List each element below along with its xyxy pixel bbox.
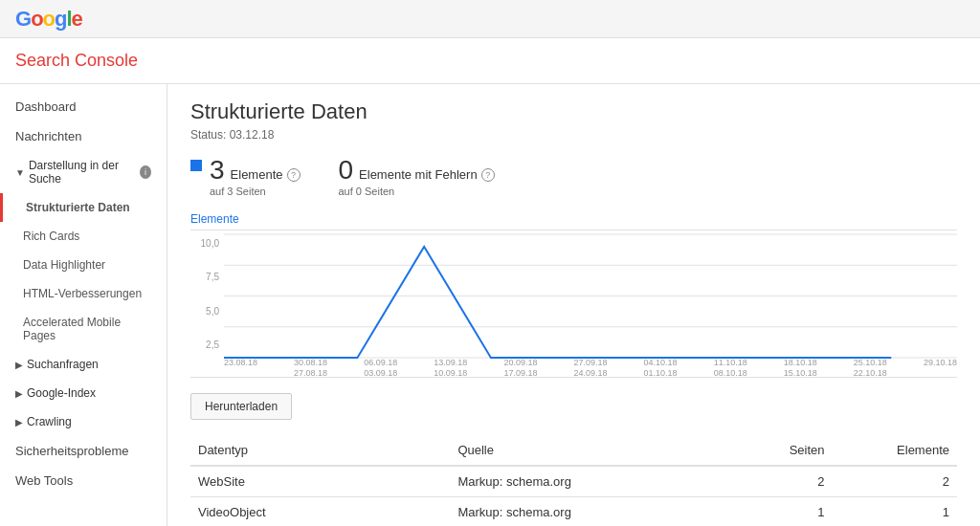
errors-number: 0 [339, 157, 354, 184]
collapse-arrow-2: ▶ [15, 360, 23, 370]
cell-0-2: 2 [739, 466, 832, 497]
sidebar-item-rich-cards[interactable]: Rich Cards [0, 222, 167, 251]
errors-info-icon[interactable]: ? [481, 168, 495, 182]
sidebar-item-sicherheit[interactable]: Sicherheitsprobleme [0, 436, 167, 466]
sidebar-item-google-index[interactable]: ▶ Google-Index [0, 379, 167, 407]
chart-line-svg [224, 234, 957, 358]
x-label-9: 18.10.18 15.10.18 [784, 358, 817, 377]
cell-1-3: 1 [833, 497, 957, 527]
page-title: Strukturierte Daten [190, 99, 957, 124]
collapse-arrow-4: ▶ [15, 417, 23, 427]
app-title: Search Console [15, 51, 138, 71]
x-label-10: 25.10.18 22.10.18 [854, 358, 887, 377]
top-bar: Google [0, 0, 980, 38]
sidebar-item-nachrichten[interactable]: Nachrichten [0, 121, 167, 151]
x-label-2: 30.08.18 27.08.18 [294, 358, 327, 377]
x-label-11: 29.10.18 [924, 358, 957, 377]
sidebar-item-html-verbesserungen[interactable]: HTML-Verbesserungen [0, 279, 167, 308]
x-label-3: 06.09.18 03.09.18 [364, 358, 397, 377]
stats-row: 3 Elemente ? auf 3 Seiten 0 Elemente [190, 157, 957, 197]
elements-number: 3 [210, 157, 225, 184]
cell-0-3: 2 [833, 466, 957, 497]
collapse-arrow: ▼ [15, 167, 25, 178]
info-icon[interactable]: i [140, 165, 151, 179]
cell-1-0: VideoObject [190, 497, 450, 527]
main-layout: Dashboard Nachrichten ▼ Darstellung in d… [0, 84, 980, 526]
x-label-5: 20.09.18 17.09.18 [503, 358, 537, 377]
collapse-arrow-3: ▶ [15, 388, 23, 399]
x-label-7: 04.10.18 01.10.18 [644, 358, 678, 377]
elements-info-icon[interactable]: ? [287, 168, 301, 182]
y-label-4: 2,5 [190, 340, 219, 350]
sidebar-item-crawling[interactable]: ▶ Crawling [0, 407, 167, 436]
col-header-datentyp: Datentyp [190, 435, 450, 466]
status-line: Status: 03.12.18 [190, 128, 957, 142]
chart-section: Elemente 10,0 7,5 5,0 2,5 [190, 212, 957, 378]
chart-x-labels: 23.08.18 30.08.18 27.08.18 06.09.18 03.0… [224, 358, 957, 377]
sidebar-item-strukturierte-daten[interactable]: Strukturierte Daten [0, 193, 167, 222]
table-header-row: Datentyp Quelle Seiten Elemente [190, 435, 957, 466]
chart-section-label: Elemente [190, 212, 957, 230]
chart-container: 10,0 7,5 5,0 2,5 [190, 234, 957, 378]
sidebar-item-suchanfragen[interactable]: ▶ Suchanfragen [0, 350, 167, 379]
x-label-8: 11.10.18 08.10.18 [714, 358, 747, 377]
stat-errors: 0 Elemente mit Fehlern ? auf 0 Seiten [339, 157, 495, 197]
col-header-elemente: Elemente [833, 435, 957, 466]
table-row: VideoObjectMarkup: schema.org11 [190, 497, 957, 527]
x-label-6: 27.09.18 24.09.18 [573, 358, 607, 377]
sidebar-item-darstellung[interactable]: ▼ Darstellung in der Suche i [0, 151, 167, 193]
content-area: Strukturierte Daten Status: 03.12.18 3 E… [167, 84, 980, 526]
sidebar-item-dashboard[interactable]: Dashboard [0, 92, 167, 121]
y-label-2: 7,5 [190, 272, 219, 282]
sidebar: Dashboard Nachrichten ▼ Darstellung in d… [0, 84, 167, 526]
errors-sub: auf 0 Seiten [339, 186, 495, 197]
cell-0-1: Markup: schema.org [450, 466, 739, 497]
data-table: Datentyp Quelle Seiten Elemente WebSiteM… [190, 435, 957, 526]
cell-1-2: 1 [739, 497, 832, 527]
google-logo: Google [15, 7, 82, 32]
stat-elements: 3 Elemente ? auf 3 Seiten [190, 157, 301, 197]
sidebar-item-data-highlighter[interactable]: Data Highlighter [0, 251, 167, 279]
y-label-3: 5,0 [190, 306, 219, 317]
table-row: WebSiteMarkup: schema.org22 [190, 466, 957, 497]
chart-line [224, 247, 891, 358]
cell-0-0: WebSite [190, 466, 450, 497]
x-label-1: 23.08.18 [224, 358, 257, 377]
elements-label: Elemente ? [231, 167, 301, 182]
download-button[interactable]: Herunterladen [190, 393, 292, 420]
cell-1-1: Markup: schema.org [450, 497, 739, 527]
chart-y-labels: 10,0 7,5 5,0 2,5 [190, 234, 219, 377]
sidebar-item-web-tools[interactable]: Web Tools [0, 466, 167, 495]
col-header-seiten: Seiten [739, 435, 832, 466]
y-label-1: 10,0 [190, 238, 219, 249]
elements-color-box [190, 160, 202, 171]
app-header: Search Console [0, 38, 980, 84]
x-label-4: 13.09.18 10.09.18 [434, 358, 467, 377]
elements-sub: auf 3 Seiten [210, 186, 301, 197]
col-header-quelle: Quelle [450, 435, 739, 466]
errors-label: Elemente mit Fehlern ? [359, 167, 495, 182]
sidebar-item-amp[interactable]: Accelerated Mobile Pages [0, 308, 167, 350]
